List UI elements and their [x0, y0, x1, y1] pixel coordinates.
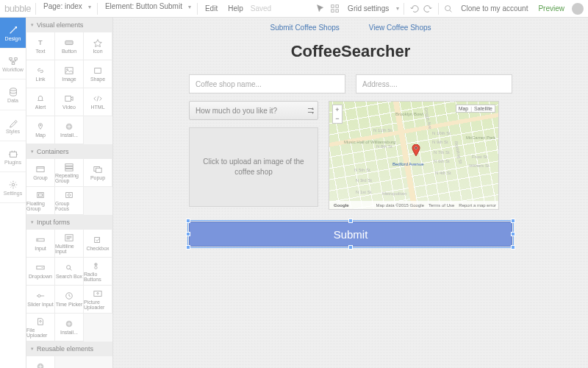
svg-rect-20 — [65, 163, 73, 166]
svg-rect-31 — [95, 238, 100, 243]
rail-styles[interactable]: Styles — [0, 110, 26, 141]
svg-point-37 — [38, 294, 40, 297]
grid-icon[interactable] — [330, 4, 340, 14]
rail-plugins[interactable]: Plugins — [0, 141, 26, 172]
grid-settings[interactable]: Grid settings — [345, 4, 392, 13]
svg-rect-27 — [66, 192, 73, 197]
svg-rect-21 — [65, 166, 73, 169]
pal-checkbox[interactable]: Checkbox — [84, 230, 112, 258]
svg-point-4 — [445, 5, 451, 10]
pointer-icon[interactable] — [315, 4, 326, 14]
pal-timepicker[interactable]: Time Picker — [55, 286, 84, 314]
preview-link[interactable]: Preview — [535, 4, 567, 13]
rating-dropdown[interactable]: How much do you like it? — [189, 101, 318, 120]
pal-shape[interactable]: Shape — [84, 60, 112, 88]
svg-rect-16 — [65, 96, 71, 102]
page-title: CoffeeSearcher — [189, 42, 512, 61]
pal-map[interactable]: Map — [26, 116, 55, 144]
link-submit-shops[interactable]: Submit Coffee Shops — [270, 24, 339, 32]
svg-rect-12 — [65, 40, 73, 44]
pal-html[interactable]: HTML — [84, 88, 112, 116]
pal-text[interactable]: TText — [26, 32, 55, 60]
pal-install-input[interactable]: Install... — [55, 314, 84, 342]
undo-icon[interactable] — [409, 4, 419, 14]
pal-button[interactable]: Button — [55, 32, 84, 60]
rail-workflow[interactable]: Workflow — [0, 49, 26, 79]
logo: bubble — [4, 3, 31, 14]
palette-section-containers[interactable]: Containers — [26, 144, 112, 159]
link-view-shops[interactable]: View Coffee Shops — [369, 24, 431, 32]
palette-section-inputs[interactable]: Input forms — [26, 215, 112, 230]
pal-searchbox[interactable]: Search Box — [55, 258, 84, 286]
svg-point-36 — [96, 263, 96, 264]
left-rail: Design Workflow Data Styles Plugins Sett… — [0, 18, 26, 368]
svg-rect-5 — [9, 57, 12, 60]
edit-menu[interactable]: Edit — [202, 4, 220, 13]
page-selector[interactable]: Page: index — [40, 2, 93, 15]
pal-link[interactable]: Link — [26, 60, 55, 88]
pal-slider[interactable]: Slider Input — [26, 286, 55, 314]
svg-rect-0 — [331, 4, 334, 7]
svg-text:T: T — [38, 38, 43, 46]
svg-rect-3 — [336, 9, 339, 12]
pal-multiline[interactable]: Multiline Input — [55, 230, 84, 258]
svg-rect-7 — [12, 62, 15, 64]
pal-repeating-group[interactable]: Repeating Group — [55, 159, 84, 187]
pal-popup[interactable]: Popup — [84, 159, 112, 187]
map-pin-icon — [412, 144, 420, 158]
pal-picture-uploader[interactable]: Picture Uploader — [84, 286, 112, 314]
pal-input[interactable]: Input — [26, 230, 55, 258]
svg-rect-24 — [96, 168, 101, 172]
pal-radio[interactable]: Radio Buttons — [84, 258, 112, 286]
element-palette: Visual elements TText Button Icon Link I… — [26, 18, 113, 368]
pal-group[interactable]: Group — [26, 159, 55, 187]
palette-section-reusable[interactable]: Reusable elements — [26, 342, 112, 356]
map-type[interactable]: Map|Satellite — [456, 105, 495, 113]
svg-point-35 — [95, 266, 97, 268]
design-canvas[interactable]: Submit Coffee Shops View Coffee Shops Co… — [113, 18, 588, 368]
pal-file-uploader[interactable]: File Uploader — [26, 314, 55, 342]
pal-floating-group[interactable]: Floating Group — [26, 187, 55, 215]
search-icon[interactable] — [443, 4, 453, 14]
svg-rect-13 — [65, 68, 73, 74]
svg-point-10 — [12, 183, 15, 186]
map-footer: Google Map data ©2015 Google Terms of Us… — [329, 201, 498, 209]
submit-button[interactable]: Submit — [189, 222, 512, 247]
pal-image[interactable]: Image — [55, 60, 84, 88]
svg-point-42 — [415, 147, 417, 149]
svg-point-8 — [10, 88, 16, 91]
svg-rect-9 — [10, 152, 16, 157]
pal-new-reusable[interactable]: New... — [26, 356, 55, 368]
map-widget[interactable]: +− Map|Satellite Brooklyn Bowl Music Hal… — [329, 101, 499, 210]
map-zoom[interactable]: +− — [332, 105, 343, 124]
pal-install-visual[interactable]: Install... — [55, 116, 84, 144]
rail-settings[interactable]: Settings — [0, 172, 26, 203]
svg-rect-2 — [331, 9, 334, 12]
element-selector[interactable]: Element: Button Submit — [102, 2, 193, 15]
save-status: Saved — [251, 4, 271, 13]
svg-rect-15 — [95, 68, 101, 74]
clone-link[interactable]: Clone to my account — [458, 4, 531, 13]
pal-icon[interactable]: Icon — [84, 32, 112, 60]
svg-rect-1 — [336, 4, 339, 7]
pal-alert[interactable]: Alert — [26, 88, 55, 116]
pal-video[interactable]: Video — [55, 88, 84, 116]
pal-dropdown[interactable]: Dropdown — [26, 258, 55, 286]
svg-rect-26 — [38, 194, 42, 196]
rail-data[interactable]: Data — [0, 79, 26, 110]
shop-name-input[interactable]: Coffee shop name... — [189, 74, 345, 93]
redo-icon[interactable] — [423, 4, 434, 14]
image-upload[interactable]: Click to upload an image of the coffee s… — [189, 127, 318, 207]
svg-rect-22 — [65, 169, 73, 171]
address-input[interactable]: Address.... — [356, 74, 512, 93]
svg-point-28 — [68, 194, 70, 196]
avatar[interactable] — [572, 3, 584, 15]
palette-section-visual[interactable]: Visual elements — [26, 18, 112, 32]
pal-group-focus[interactable]: Group Focus — [55, 187, 84, 215]
svg-rect-19 — [37, 167, 44, 172]
svg-rect-6 — [14, 57, 17, 60]
help-menu[interactable]: Help — [225, 4, 246, 13]
svg-point-17 — [40, 124, 41, 126]
rail-design[interactable]: Design — [0, 18, 26, 49]
